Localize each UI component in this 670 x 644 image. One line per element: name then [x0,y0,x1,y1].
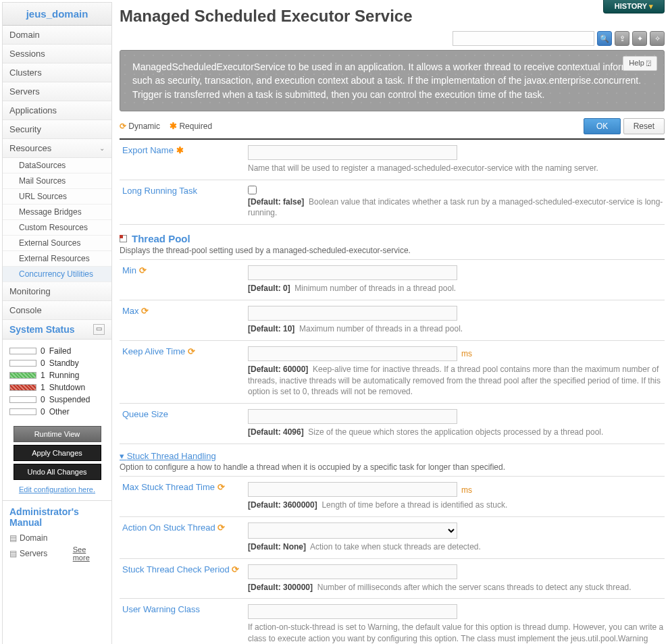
chevron-down-icon: ⌄ [99,144,105,152]
keep-alive-input[interactable] [248,346,457,361]
nav-clusters[interactable]: Clusters [3,63,111,82]
manual-servers[interactable]: ▤Servers See more [9,544,105,563]
swatch-failed [9,348,36,354]
dynamic-icon: ⟳ [139,265,147,275]
see-more-link[interactable]: See more [73,545,105,562]
swatch-shutdown [9,384,36,391]
status-box: 0Failed 0Standby 1Running 1Shutdown 0Sus… [3,340,111,423]
export-name-hint: Name that will be used to register a man… [248,163,665,174]
nav-monitoring[interactable]: Monitoring [3,282,111,301]
book-icon: ▤ [9,549,17,558]
queue-size-label: Queue Size [120,409,248,438]
dynamic-icon: ⟳ [232,564,239,574]
dynamic-icon: ⟳ [120,122,126,131]
domain-header[interactable]: jeus_domain [3,3,111,26]
min-label: Min ⟳ [120,265,248,294]
nav-console[interactable]: Console [3,301,111,320]
export-name-input[interactable] [248,145,457,160]
edit-config-link[interactable]: Edit configuration here. [3,483,111,500]
toolbar: 🔍 ⇪ ✦ ✧ [120,31,665,50]
runtime-view-button[interactable]: Runtime View [14,426,101,442]
swatch-other [9,408,36,415]
max-stuck-input[interactable] [248,482,457,497]
search-icon[interactable]: 🔍 [597,31,612,46]
sub-datasources[interactable]: DataSources [3,158,111,173]
long-running-default: [Default: false] [248,197,304,207]
min-input[interactable] [248,265,457,280]
nav-resources[interactable]: Resources⌄ [3,139,111,158]
manual-section: Administrator's Manual ▤Domain ▤Servers … [3,500,111,568]
nav-domain[interactable]: Domain [3,26,111,45]
section-icon [120,235,127,242]
xml-icon[interactable]: ✦ [632,31,647,46]
main-content: HISTORY Managed Scheduled Executor Servi… [114,0,670,644]
reset-button-top[interactable]: Reset [623,118,665,134]
system-status-label: System Status [9,324,74,335]
dynamic-icon: ⟳ [217,482,225,492]
long-running-checkbox[interactable] [248,186,257,194]
unit-ms: ms [461,349,472,358]
warning-class-hint: If action-on-stuck-thread is set to Warn… [248,622,665,644]
max-stuck-label: Max Stuck Thread Time ⟳ [120,482,248,511]
warning-class-input[interactable] [248,604,457,619]
ok-button-top[interactable]: OK [584,118,621,134]
stuck-thread-header[interactable]: Stuck Thread Handling [120,444,665,462]
desc-box: ManagedScheduledExecutorService to be us… [120,50,665,111]
dynamic-icon: ⟳ [188,346,195,356]
sub-url[interactable]: URL Sources [3,189,111,205]
desc-text: ManagedScheduledExecutorService to be us… [132,61,650,100]
action-stuck-select[interactable] [248,522,457,539]
swatch-standby [9,360,36,367]
required-icon: ✱ [170,121,177,131]
sub-mail[interactable]: Mail Sources [3,173,111,189]
long-running-label: Long Running Task [120,186,248,219]
help-button[interactable]: Help ⍰ [623,56,657,71]
nav-sessions[interactable]: Sessions [3,45,111,63]
check-period-input[interactable] [248,564,457,579]
sub-ext-src[interactable]: External Sources [3,236,111,251]
thread-pool-header: Thread Pool [120,225,665,246]
book-icon: ▤ [9,533,17,543]
thread-pool-desc: Displays the thread-pool setting used by… [120,246,665,260]
swatch-running [9,372,36,379]
unit-ms: ms [461,485,472,495]
long-running-hint: Boolean value that indicates whether a t… [248,197,663,218]
required-icon: ✱ [176,145,184,155]
action-stuck-label: Action On Stuck Thread ⟳ [120,522,248,553]
sub-concurrency[interactable]: Concurrency Utilities [3,267,111,282]
warning-class-label: User Warning Class [120,604,248,644]
export-name-label: Export Name ✱ [120,145,248,174]
max-input[interactable] [248,306,457,321]
manual-title: Administrator's Manual [9,506,105,532]
xml2-icon[interactable]: ✧ [650,31,665,46]
undo-changes-button[interactable]: Undo All Changes [14,464,101,480]
swatch-suspended [9,396,36,403]
nav-security[interactable]: Security [3,120,111,139]
sub-ext-res[interactable]: External Resources [3,251,111,267]
sub-bridges[interactable]: Message Bridges [3,205,111,220]
apply-changes-button[interactable]: Apply Changes [14,445,101,461]
manual-domain[interactable]: ▤Domain [9,532,105,544]
required-label: Required [179,122,212,131]
dynamic-icon: ⟳ [217,522,225,533]
export-icon[interactable]: ⇪ [615,31,629,46]
dynamic-label: Dynamic [128,122,160,131]
page-title: Managed Scheduled Executor Service [120,0,665,31]
system-status-title: System Status▭ [3,320,111,340]
check-period-label: Stuck Thread Check Period ⟳ [120,564,248,593]
history-button[interactable]: HISTORY [603,0,665,14]
queue-size-input[interactable] [248,409,457,424]
max-label: Max ⟳ [120,306,248,335]
nav-resources-label: Resources [9,143,51,153]
sub-custom[interactable]: Custom Resources [3,220,111,236]
sidebar: jeus_domain Domain Sessions Clusters Ser… [2,2,112,644]
stuck-thread-desc: Option to configure a how to handle a th… [120,462,665,477]
search-input[interactable] [453,31,594,46]
nav-applications[interactable]: Applications [3,101,111,120]
dynamic-icon: ⟳ [141,306,149,316]
nav-servers[interactable]: Servers [3,82,111,101]
monitor-icon[interactable]: ▭ [93,324,105,335]
keep-alive-label: Keep Alive Time ⟳ [120,346,248,398]
